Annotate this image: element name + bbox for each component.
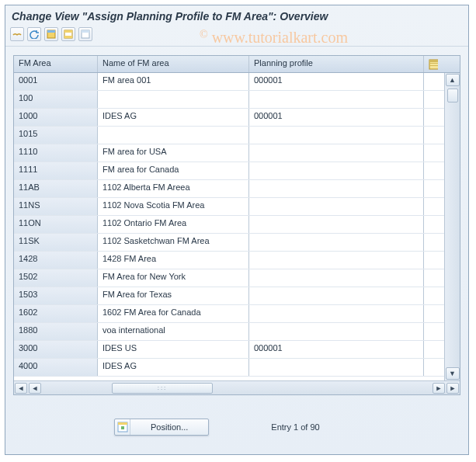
cell-name[interactable] xyxy=(98,91,249,108)
planning-profile-input[interactable] xyxy=(254,236,419,245)
planning-profile-input[interactable] xyxy=(254,272,419,281)
cell-planning-profile[interactable] xyxy=(249,127,424,144)
name-input[interactable] xyxy=(102,93,244,102)
cell-name[interactable] xyxy=(98,216,249,233)
name-input[interactable] xyxy=(102,200,244,210)
cell-planning-profile[interactable] xyxy=(249,234,424,251)
planning-profile-input[interactable] xyxy=(254,111,419,120)
column-header-planning-profile[interactable]: Planning profile xyxy=(249,56,424,72)
cell-fm-area[interactable]: 3000 xyxy=(14,341,98,358)
cell-name[interactable] xyxy=(98,109,249,126)
planning-profile-input[interactable] xyxy=(254,200,419,210)
name-input[interactable] xyxy=(102,325,244,335)
cell-name[interactable] xyxy=(98,234,249,251)
cell-name[interactable] xyxy=(98,162,249,179)
name-input[interactable] xyxy=(102,111,244,120)
cell-planning-profile[interactable] xyxy=(249,144,424,162)
name-input[interactable] xyxy=(102,272,244,281)
cell-fm-area[interactable]: 11ON xyxy=(14,216,98,233)
name-input[interactable] xyxy=(102,75,244,85)
cell-planning-profile[interactable] xyxy=(249,91,424,108)
name-input[interactable] xyxy=(102,307,244,317)
name-input[interactable] xyxy=(102,218,244,228)
cell-name[interactable] xyxy=(98,127,249,144)
planning-profile-input[interactable] xyxy=(254,93,419,102)
cell-planning-profile[interactable] xyxy=(249,269,424,287)
planning-profile-input[interactable] xyxy=(254,254,419,263)
cell-planning-profile[interactable] xyxy=(249,305,424,322)
cell-planning-profile[interactable] xyxy=(249,109,424,126)
hscroll-track[interactable]: ::: xyxy=(42,383,432,394)
planning-profile-input[interactable] xyxy=(254,307,419,317)
cell-planning-profile[interactable] xyxy=(249,359,424,376)
configure-columns-button[interactable] xyxy=(424,56,443,72)
cell-fm-area[interactable]: 0001 xyxy=(14,73,98,90)
planning-profile-input[interactable] xyxy=(254,165,419,174)
name-input[interactable] xyxy=(102,165,244,174)
column-header-fm-area[interactable]: FM Area xyxy=(14,56,98,72)
cell-name[interactable] xyxy=(98,305,249,322)
cell-fm-area[interactable]: 4000 xyxy=(14,359,98,376)
position-button[interactable]: Position... xyxy=(114,419,209,436)
cell-fm-area[interactable]: 1602 xyxy=(14,305,98,322)
planning-profile-input[interactable] xyxy=(254,129,419,138)
scroll-down-button[interactable]: ▼ xyxy=(446,367,460,380)
cell-fm-area[interactable]: 1110 xyxy=(14,144,98,162)
cell-planning-profile[interactable] xyxy=(249,216,424,233)
cell-name[interactable] xyxy=(98,252,249,269)
scroll-up-button[interactable]: ▲ xyxy=(446,74,460,86)
planning-profile-input[interactable] xyxy=(254,147,419,156)
cell-name[interactable] xyxy=(98,341,249,358)
cell-fm-area[interactable]: 1000 xyxy=(14,109,98,126)
column-header-name[interactable]: Name of FM area xyxy=(98,56,249,72)
planning-profile-input[interactable] xyxy=(254,325,419,335)
select-block-button[interactable] xyxy=(61,27,75,41)
cell-planning-profile[interactable] xyxy=(249,180,424,197)
select-all-button[interactable] xyxy=(44,27,58,41)
planning-profile-input[interactable] xyxy=(254,361,419,370)
name-input[interactable] xyxy=(102,147,244,156)
horizontal-scrollbar[interactable]: ◄ ◄ ::: ► ► xyxy=(14,380,460,394)
scroll-left-fast-button[interactable]: ◄ xyxy=(29,383,41,394)
cell-fm-area[interactable]: 1111 xyxy=(14,162,98,179)
cell-fm-area[interactable]: 1428 xyxy=(14,252,98,269)
name-input[interactable] xyxy=(102,343,244,353)
name-input[interactable] xyxy=(102,182,244,192)
vscroll-thumb[interactable] xyxy=(447,89,458,102)
cell-name[interactable] xyxy=(98,198,249,215)
cell-planning-profile[interactable] xyxy=(249,73,424,90)
cell-fm-area[interactable]: 1015 xyxy=(14,127,98,144)
cell-name[interactable] xyxy=(98,323,249,340)
name-input[interactable] xyxy=(102,361,244,370)
planning-profile-input[interactable] xyxy=(254,343,419,353)
scroll-left-button[interactable]: ◄ xyxy=(15,383,27,394)
deselect-all-button[interactable] xyxy=(78,27,92,41)
name-input[interactable] xyxy=(102,254,244,263)
planning-profile-input[interactable] xyxy=(254,290,419,299)
cell-planning-profile[interactable] xyxy=(249,252,424,269)
other-view-button[interactable] xyxy=(10,27,24,41)
cell-name[interactable] xyxy=(98,287,249,304)
cell-planning-profile[interactable] xyxy=(249,323,424,340)
cell-fm-area[interactable]: 1880 xyxy=(14,323,98,340)
cell-name[interactable] xyxy=(98,269,249,287)
cell-planning-profile[interactable] xyxy=(249,287,424,304)
cell-name[interactable] xyxy=(98,359,249,376)
undo-button[interactable] xyxy=(27,27,41,41)
vertical-scrollbar[interactable]: ▲ ▼ xyxy=(444,73,460,380)
planning-profile-input[interactable] xyxy=(254,75,419,85)
planning-profile-input[interactable] xyxy=(254,182,419,192)
cell-fm-area[interactable]: 1503 xyxy=(14,287,98,304)
cell-name[interactable] xyxy=(98,180,249,197)
scroll-right-fast-button[interactable]: ► xyxy=(433,383,445,394)
name-input[interactable] xyxy=(102,236,244,245)
cell-fm-area[interactable]: 11NS xyxy=(14,198,98,215)
cell-fm-area[interactable]: 11SK xyxy=(14,234,98,251)
cell-name[interactable] xyxy=(98,73,249,90)
name-input[interactable] xyxy=(102,129,244,138)
cell-fm-area[interactable]: 11AB xyxy=(14,180,98,197)
planning-profile-input[interactable] xyxy=(254,218,419,228)
scroll-right-button[interactable]: ► xyxy=(446,383,459,394)
cell-fm-area[interactable]: 1502 xyxy=(14,269,98,287)
hscroll-thumb[interactable]: ::: xyxy=(112,383,213,394)
